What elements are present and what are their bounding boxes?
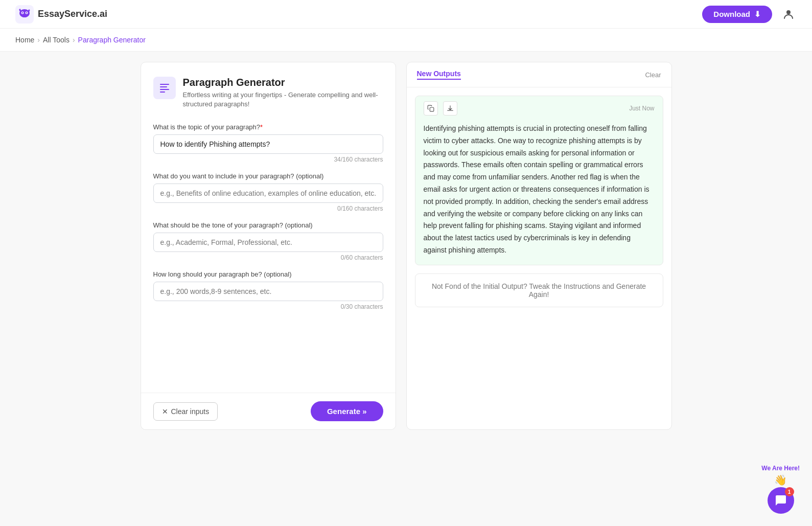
length-input[interactable]: [153, 282, 383, 301]
panel-footer: ✕ Clear inputs Generate »: [141, 393, 396, 429]
main-content: Paragraph Generator Effortless writing a…: [125, 52, 687, 440]
paragraph-icon: [158, 82, 171, 94]
svg-point-4: [22, 12, 23, 13]
output-text: Identifying phishing attempts is crucial…: [415, 121, 663, 265]
length-char-count: 0/30 characters: [153, 303, 383, 310]
tool-header: Paragraph Generator Effortless writing a…: [153, 77, 383, 109]
breadcrumb-sep-1: ›: [37, 36, 40, 44]
generate-button[interactable]: Generate »: [311, 401, 383, 421]
svg-rect-14: [430, 107, 434, 111]
download-label: Download: [713, 10, 750, 18]
topic-label: What is the topic of your paragraph?*: [153, 123, 383, 131]
logo-text: EssayService.ai: [38, 9, 107, 19]
svg-rect-13: [160, 92, 165, 93]
left-panel: Paragraph Generator Effortless writing a…: [141, 62, 396, 430]
topic-required: *: [260, 123, 263, 131]
topic-input[interactable]: [153, 134, 383, 154]
output-header: New Outputs Clear: [407, 62, 671, 87]
user-icon[interactable]: [780, 6, 797, 22]
tool-description: Effortless writing at your fingertips - …: [183, 90, 383, 109]
breadcrumb-current: Paragraph Generator: [78, 36, 146, 44]
logo: EssayService.ai: [15, 5, 107, 24]
copy-icon[interactable]: [424, 101, 438, 116]
header: EssayService.ai Download ⬇: [0, 0, 812, 29]
tone-group: What should be the tone of your paragrap…: [153, 221, 383, 261]
include-group: What do you want to include in your para…: [153, 172, 383, 212]
output-card-header: Just Now: [415, 96, 663, 121]
tone-input[interactable]: [153, 233, 383, 252]
length-group: How long should your paragraph be? (opti…: [153, 270, 383, 310]
length-label: How long should your paragraph be? (opti…: [153, 270, 383, 278]
topic-char-count: 34/160 characters: [153, 156, 383, 163]
download-icon: ⬇: [754, 10, 761, 19]
svg-rect-10: [160, 84, 169, 85]
svg-point-9: [786, 10, 791, 14]
download-output-icon[interactable]: [443, 101, 457, 116]
breadcrumb-sep-2: ›: [73, 36, 75, 44]
regen-hint: Not Fond of the Initial Output? Tweak th…: [415, 273, 663, 307]
header-right: Download ⬇: [702, 6, 797, 23]
tool-title: Paragraph Generator: [183, 77, 383, 88]
tool-icon: [153, 77, 176, 99]
clear-inputs-button[interactable]: ✕ Clear inputs: [153, 402, 218, 421]
svg-rect-12: [160, 89, 169, 90]
include-char-count: 0/160 characters: [153, 205, 383, 212]
include-input[interactable]: [153, 184, 383, 203]
svg-point-6: [22, 15, 27, 17]
clear-inputs-label: Clear inputs: [171, 407, 210, 416]
output-timestamp: Just Now: [629, 105, 654, 112]
logo-icon: [15, 5, 34, 24]
right-panel: New Outputs Clear Just Now Identifying p…: [406, 62, 672, 430]
tone-char-count: 0/60 characters: [153, 254, 383, 261]
svg-point-5: [26, 12, 27, 13]
clear-output-button[interactable]: Clear: [645, 71, 661, 79]
output-card-actions: [424, 101, 457, 116]
generate-label: Generate »: [327, 407, 367, 416]
topic-group: What is the topic of your paragraph?* 34…: [153, 123, 383, 163]
output-card: Just Now Identifying phishing attempts i…: [415, 96, 663, 265]
breadcrumb: Home › All Tools › Paragraph Generator: [0, 29, 812, 52]
breadcrumb-home[interactable]: Home: [15, 36, 34, 44]
new-outputs-tab[interactable]: New Outputs: [417, 70, 461, 80]
include-label: What do you want to include in your para…: [153, 172, 383, 180]
breadcrumb-all-tools[interactable]: All Tools: [43, 36, 69, 44]
clear-x-icon: ✕: [162, 407, 168, 416]
download-button[interactable]: Download ⬇: [702, 6, 772, 23]
svg-rect-11: [160, 86, 167, 87]
tone-label: What should be the tone of your paragrap…: [153, 221, 383, 229]
tool-info: Paragraph Generator Effortless writing a…: [183, 77, 383, 109]
